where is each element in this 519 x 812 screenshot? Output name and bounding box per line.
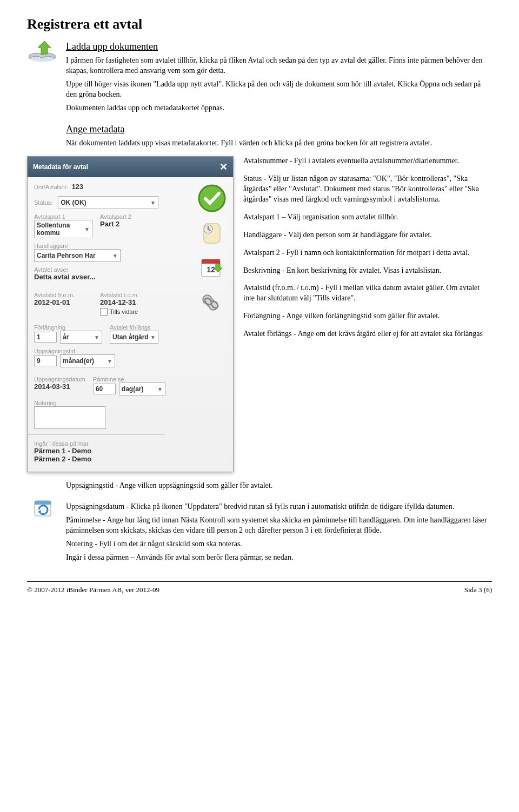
paragraph: När dokumenten laddats upp visas metadat… — [66, 138, 492, 149]
desc-ingar: Ingår i dessa pärmen – Används för avtal… — [66, 553, 492, 563]
panel-title: Metadata för avtal — [33, 163, 88, 171]
label-forlangs: Avtalet förlängs — [110, 324, 158, 331]
notering-textarea[interactable] — [34, 406, 105, 429]
dnr-value[interactable]: 123 — [71, 183, 83, 191]
part1-dropdown[interactable]: Sollentuna kommu▼ — [34, 220, 92, 238]
desc-part1: Avtalspart 1 – Välj organisation som avt… — [243, 212, 492, 223]
close-icon[interactable]: ✕ — [219, 161, 228, 173]
svg-text:12: 12 — [207, 265, 215, 274]
section-heading-upload: Ladda upp dokumenten — [66, 41, 492, 52]
svg-rect-5 — [202, 259, 220, 264]
paragraph: Dokumenten laddas upp och metadatakortet… — [66, 103, 492, 113]
label-uppsagning: Uppsägningstid — [34, 348, 158, 354]
label-dnr: Dnr/Avtalsnr: — [34, 184, 68, 190]
label-part2: Avtalspart 2 — [100, 213, 158, 220]
refresh-calendar-icon — [27, 499, 59, 518]
desc-handlaggare: Handläggare - Välj den person som är han… — [243, 230, 492, 240]
confirm-check-icon[interactable] — [197, 184, 227, 213]
tom-value[interactable]: 2014-12-31 — [100, 298, 158, 306]
label-handlaggare: Handläggare — [34, 243, 158, 249]
footer-divider — [27, 581, 492, 582]
uppsagdatum-value[interactable]: 2014-03-31 — [34, 382, 85, 391]
label-from: Avtalstid fr.o.m. — [34, 292, 92, 298]
desc-status: Status - Välj ur listan någon av statusa… — [243, 174, 492, 205]
upload-book-icon — [27, 38, 59, 64]
pam-unit-dropdown[interactable]: dag(ar)▼ — [119, 382, 165, 395]
parm2[interactable]: Pärmen 2 - Demo — [34, 455, 158, 463]
desc-part2: Avtalspart 2 - Fyll i namn och kontaktin… — [243, 248, 492, 258]
desc-uppsagningstid: Uppsägningstid - Ange vilken uppsägnings… — [66, 481, 492, 491]
avser-value[interactable]: Detta avtal avser... — [34, 273, 158, 281]
desc-avtalstid: Avtalstid (fr.o.m. / t.o.m) - Fyll i mel… — [243, 283, 492, 304]
link-chain-icon[interactable] — [197, 287, 227, 317]
desc-forlangs: Avtalet förlängs - Ange om det krävs åtg… — [243, 329, 492, 339]
label-part1: Avtalspart 1 — [34, 213, 92, 220]
forl-unit-dropdown[interactable]: år▼ — [60, 331, 102, 344]
history-scroll-icon[interactable] — [197, 218, 227, 247]
handlaggare-dropdown[interactable]: Carita Pehrson Har▼ — [34, 249, 121, 262]
metadata-panel: Metadata för avtal ✕ 12 Dnr/ — [27, 156, 234, 472]
desc-paminnelse: Påminnelse - Ange hur lång tid innan Näs… — [66, 515, 492, 536]
page-title: Registrera ett avtal — [27, 16, 492, 32]
label-paminnelse: Påminnelse — [93, 376, 165, 382]
label-status: Status: — [34, 199, 52, 206]
section-heading-metadata: Ange metadata — [66, 124, 492, 135]
label-tills: Tills vidare — [110, 308, 138, 315]
desc-avtalsnummer: Avtalsnummer - Fyll i avtalets eventuell… — [243, 156, 492, 166]
pam-num[interactable]: 60 — [93, 384, 116, 394]
desc-uppsagdatum: Uppsägningsdatum - Klicka på ikonen "Upp… — [66, 502, 492, 512]
label-ingar: Ingår i dessa pärmar — [34, 440, 158, 447]
label-avser: Avtalet avser — [34, 266, 158, 273]
label-notering: Notering — [34, 400, 158, 406]
parm1[interactable]: Pärmen 1 - Demo — [34, 447, 158, 455]
desc-forlangning: Förlängning - Ange vilken förlängningsti… — [243, 311, 492, 321]
forl-num[interactable]: 1 — [34, 332, 57, 343]
page-number: Sida 3 (6) — [464, 586, 492, 594]
part2-value[interactable]: Part 2 — [100, 220, 158, 228]
desc-notering: Notering - Fyll i om det är något särski… — [66, 539, 492, 549]
svg-rect-10 — [35, 501, 51, 505]
desc-beskrivning: Beskrivning - En kort beskrivning för av… — [243, 266, 492, 276]
paragraph: I pärmen för fastigheten som avtalet til… — [66, 56, 492, 76]
footer-copyright: © 2007-2012 iBinder Pärmen AB, ver 2012-… — [27, 586, 159, 594]
svg-point-1 — [199, 185, 225, 211]
forlangs-dropdown[interactable]: Utan åtgärd▼ — [110, 331, 158, 344]
calendar-upload-icon[interactable]: 12 — [197, 253, 227, 282]
upps-unit-dropdown[interactable]: månad(er)▼ — [60, 354, 115, 367]
paragraph: Uppe till höger visas ikonen "Ladda upp … — [66, 79, 492, 100]
label-tom: Avtalstid t.o.m. — [100, 292, 158, 298]
from-value[interactable]: 2012-01-01 — [34, 298, 92, 306]
tills-vidare-checkbox[interactable] — [100, 308, 108, 316]
upps-num[interactable]: 9 — [34, 355, 57, 366]
label-forlangning: Förlängning — [34, 324, 102, 331]
status-dropdown[interactable]: OK (OK)▼ — [58, 196, 158, 209]
label-uppsagdatum: Uppsägningsdatum — [34, 376, 85, 382]
